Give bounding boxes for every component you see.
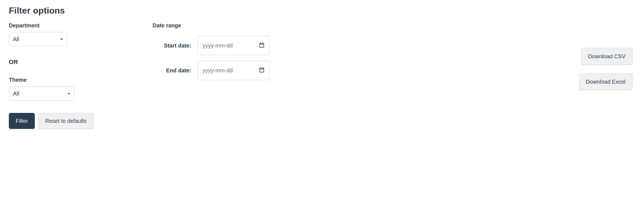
theme-label: Theme bbox=[9, 77, 153, 83]
reset-button[interactable]: Reset to defaults bbox=[38, 113, 93, 129]
end-date-row: End date: bbox=[153, 61, 296, 80]
theme-select[interactable]: All bbox=[9, 86, 74, 101]
end-date-label: End date: bbox=[153, 67, 191, 74]
date-range-heading: Date range bbox=[153, 22, 296, 29]
download-excel-button[interactable]: Download Excel bbox=[579, 73, 632, 90]
action-buttons: Filter Reset to defaults bbox=[9, 113, 153, 129]
filter-button[interactable]: Filter bbox=[9, 113, 35, 129]
department-label: Department bbox=[9, 22, 153, 29]
department-select[interactable]: All bbox=[9, 32, 67, 46]
download-column: Download CSV Download Excel bbox=[579, 22, 635, 90]
end-date-input[interactable] bbox=[197, 61, 270, 80]
download-csv-button[interactable]: Download CSV bbox=[581, 48, 632, 65]
start-date-label: Start date: bbox=[153, 43, 191, 49]
date-range-column: Date range Start date: End date: bbox=[153, 22, 296, 86]
start-date-field bbox=[197, 36, 270, 55]
page-title: Filter options bbox=[9, 6, 635, 16]
start-date-input[interactable] bbox=[197, 36, 270, 55]
end-date-field bbox=[197, 61, 270, 80]
filter-column: Department All OR Theme All Filter Reset… bbox=[9, 22, 153, 129]
start-date-row: Start date: bbox=[153, 36, 296, 55]
or-separator: OR bbox=[9, 59, 153, 66]
